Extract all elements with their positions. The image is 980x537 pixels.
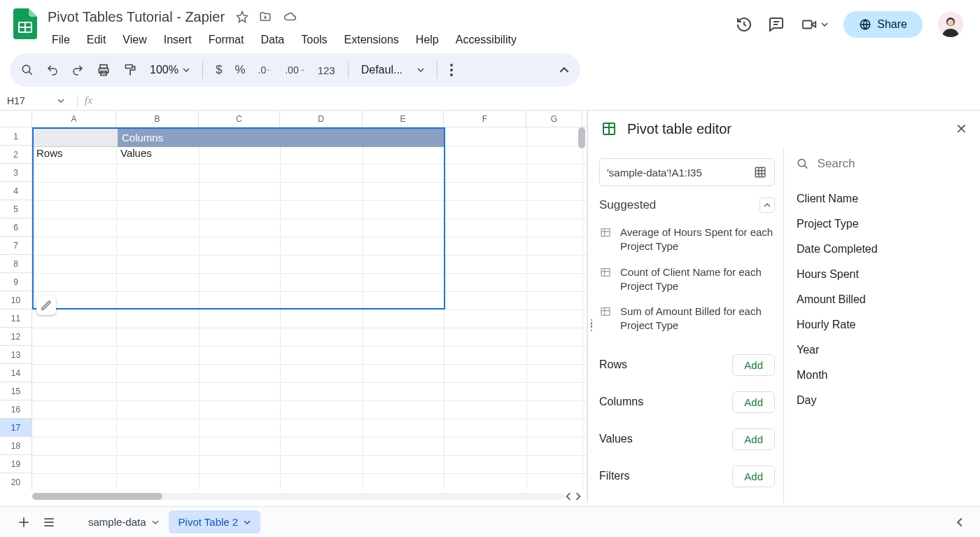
add-filters-button[interactable]: Add xyxy=(732,466,775,487)
currency-icon[interactable]: $ xyxy=(216,63,222,77)
row-header-2[interactable]: 2 xyxy=(0,146,32,164)
col-header-D[interactable]: D xyxy=(280,111,363,127)
row-header-12[interactable]: 12 xyxy=(0,328,32,346)
cloud-status-icon[interactable] xyxy=(282,11,298,23)
menu-accessibility[interactable]: Accessibility xyxy=(449,31,524,49)
select-all-corner[interactable] xyxy=(0,111,32,127)
row-header-20[interactable]: 20 xyxy=(0,473,32,490)
collapse-suggested-icon[interactable] xyxy=(760,197,775,213)
drag-handle-icon[interactable]: ⋮⋮ xyxy=(587,321,597,329)
move-icon[interactable] xyxy=(258,11,272,23)
increase-decimal-icon[interactable]: .00→ xyxy=(285,64,304,76)
comments-icon[interactable] xyxy=(768,16,785,33)
document-title[interactable]: Pivot Tables Tutorial - Zapier xyxy=(45,8,227,27)
row-header-13[interactable]: 13 xyxy=(0,346,32,364)
sheet-tab-pivot-table-2[interactable]: Pivot Table 2 xyxy=(169,510,261,533)
row-header-14[interactable]: 14 xyxy=(0,364,32,382)
menu-format[interactable]: Format xyxy=(202,31,251,49)
explore-icon[interactable] xyxy=(951,513,969,531)
field-amount-billed[interactable]: Amount Billed xyxy=(797,287,967,312)
all-sheets-button[interactable] xyxy=(36,510,62,535)
sheet-tab-sample-data[interactable]: sample-data xyxy=(78,510,169,533)
field-client-name[interactable]: Client Name xyxy=(797,186,967,211)
menu-tools[interactable]: Tools xyxy=(294,31,334,49)
suggestion-1[interactable]: Count of Client Name for each Project Ty… xyxy=(599,260,775,300)
add-values-button[interactable]: Add xyxy=(732,428,775,450)
menu-data[interactable]: Data xyxy=(253,31,291,49)
horizontal-scrollbar[interactable] xyxy=(0,490,587,503)
decrease-decimal-icon[interactable]: .0← xyxy=(258,64,273,76)
col-header-A[interactable]: A xyxy=(32,111,116,127)
redo-icon[interactable] xyxy=(71,64,84,76)
suggestion-2[interactable]: Sum of Amount Billed for each Project Ty… xyxy=(599,299,775,339)
number-format-icon[interactable]: 123 xyxy=(318,64,335,76)
add-rows-button[interactable]: Add xyxy=(732,354,775,376)
spreadsheet-grid[interactable]: ABCDEFG 12345678910111213141516171819202… xyxy=(0,111,587,503)
col-header-E[interactable]: E xyxy=(363,111,444,127)
row-header-18[interactable]: 18 xyxy=(0,437,32,455)
vertical-scrollbar[interactable] xyxy=(577,127,585,490)
row-header-9[interactable]: 9 xyxy=(0,273,32,291)
field-search[interactable] xyxy=(797,157,967,171)
account-avatar[interactable] xyxy=(938,12,963,37)
field-year[interactable]: Year xyxy=(797,337,967,363)
history-icon[interactable] xyxy=(736,16,752,33)
field-day[interactable]: Day xyxy=(797,388,967,413)
zoom-dropdown[interactable]: 100% xyxy=(150,64,190,76)
col-header-F[interactable]: F xyxy=(444,111,526,127)
percent-icon[interactable]: % xyxy=(234,63,245,77)
row-header-5[interactable]: 5 xyxy=(0,200,32,218)
svg-rect-20 xyxy=(604,124,608,127)
sheets-app-icon[interactable] xyxy=(11,10,39,38)
table-icon xyxy=(599,267,612,278)
menu-help[interactable]: Help xyxy=(409,31,446,49)
field-date-completed[interactable]: Date Completed xyxy=(797,237,967,262)
field-month[interactable]: Month xyxy=(797,363,967,388)
row-header-19[interactable]: 19 xyxy=(0,455,32,473)
row-header-11[interactable]: 11 xyxy=(0,309,32,328)
meet-icon[interactable] xyxy=(800,17,828,32)
row-header-15[interactable]: 15 xyxy=(0,382,32,400)
edit-pivot-icon[interactable] xyxy=(36,295,56,315)
scroll-right-icon[interactable] xyxy=(574,492,582,501)
field-hourly-rate[interactable]: Hourly Rate xyxy=(797,312,967,337)
pivot-table-range[interactable]: Columns Rows Values xyxy=(32,127,445,309)
data-range-input[interactable]: 'sample-data'!A1:I35 xyxy=(599,158,775,186)
close-icon[interactable]: ✕ xyxy=(955,120,967,137)
row-header-10[interactable]: 10 xyxy=(0,291,32,309)
more-vert-icon[interactable] xyxy=(450,64,453,76)
field-project-type[interactable]: Project Type xyxy=(797,211,967,237)
field-hours-spent[interactable]: Hours Spent xyxy=(797,262,967,287)
col-header-B[interactable]: B xyxy=(116,111,199,127)
scroll-left-icon[interactable] xyxy=(564,492,573,501)
suggestion-0[interactable]: Average of Hours Spent for each Project … xyxy=(599,220,775,260)
col-header-G[interactable]: G xyxy=(526,111,582,127)
search-input[interactable] xyxy=(818,157,967,171)
collapse-toolbar-icon[interactable] xyxy=(559,65,569,75)
star-icon[interactable] xyxy=(236,11,248,23)
row-header-8[interactable]: 8 xyxy=(0,255,32,273)
row-header-6[interactable]: 6 xyxy=(0,218,32,237)
col-header-C[interactable]: C xyxy=(199,111,280,127)
row-header-4[interactable]: 4 xyxy=(0,182,32,200)
menu-file[interactable]: File xyxy=(45,31,77,49)
menu-extensions[interactable]: Extensions xyxy=(337,31,406,49)
paint-format-icon[interactable] xyxy=(123,63,137,77)
row-header-17[interactable]: 17 xyxy=(0,419,32,437)
font-dropdown[interactable]: Defaul... xyxy=(361,64,424,76)
share-button[interactable]: Share xyxy=(844,11,923,38)
row-header-16[interactable]: 16 xyxy=(0,400,32,419)
row-header-1[interactable]: 1 xyxy=(0,127,32,146)
row-header-3[interactable]: 3 xyxy=(0,164,32,182)
grid-select-icon[interactable] xyxy=(753,166,767,179)
print-icon[interactable] xyxy=(97,63,111,77)
menu-edit[interactable]: Edit xyxy=(80,31,113,49)
name-box[interactable]: H17 xyxy=(7,95,70,106)
menu-insert[interactable]: Insert xyxy=(157,31,199,49)
menu-view[interactable]: View xyxy=(115,31,153,49)
add-columns-button[interactable]: Add xyxy=(732,391,775,413)
add-sheet-button[interactable] xyxy=(11,510,36,535)
row-header-7[interactable]: 7 xyxy=(0,237,32,255)
undo-icon[interactable] xyxy=(46,64,59,76)
search-menus-icon[interactable] xyxy=(21,64,34,76)
